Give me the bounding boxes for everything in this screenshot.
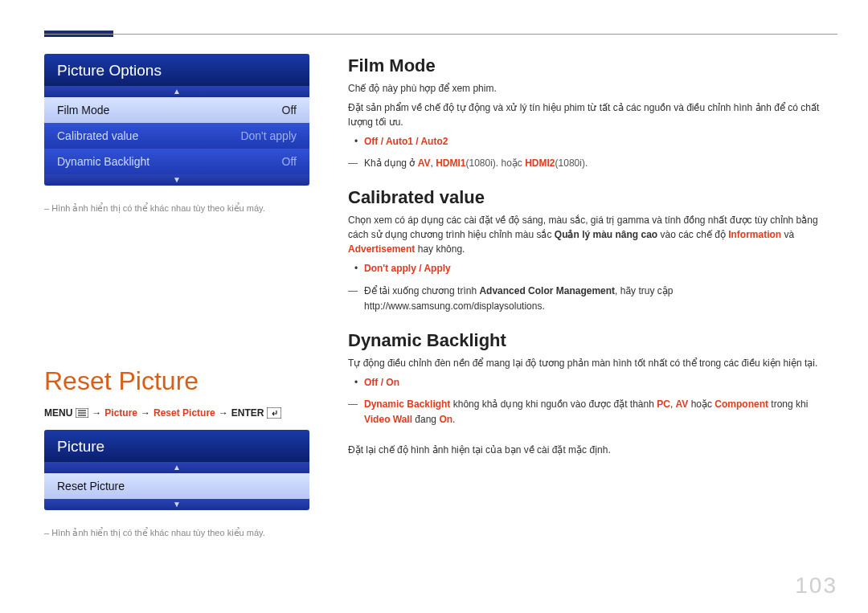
heading-dynamic-backlight: Dynamic Backlight bbox=[348, 330, 831, 351]
menu-row-calibrated-value[interactable]: Calibrated value Don't apply bbox=[44, 123, 309, 149]
t: Để tải xuống chương trình bbox=[364, 285, 479, 296]
menu-row-value: Off bbox=[282, 104, 297, 116]
nav-seg-picture: Picture bbox=[104, 407, 137, 419]
t: Video Wall bbox=[364, 414, 412, 425]
heading-calibrated-value: Calibrated value bbox=[348, 187, 831, 208]
note: Dynamic Backlight không khả dụng khi ngu… bbox=[348, 397, 831, 427]
t: Advertisement bbox=[348, 243, 415, 255]
t: Quản lý màu nâng cao bbox=[555, 229, 657, 240]
t: Advanced Color Management bbox=[479, 285, 615, 296]
note: Để tải xuống chương trình Advanced Color… bbox=[348, 284, 831, 314]
arrow-up-icon: ▲ bbox=[44, 462, 309, 473]
t: đang bbox=[412, 414, 439, 425]
t: , bbox=[670, 398, 676, 410]
nav-menu-label: MENU bbox=[44, 407, 72, 419]
text: Chế độ này phù hợp để xem phim. bbox=[348, 81, 831, 96]
options-text: Don't apply / Apply bbox=[364, 263, 451, 274]
enter-icon bbox=[267, 407, 281, 419]
t: trong khi bbox=[768, 398, 808, 410]
t: HDMI1 bbox=[436, 157, 465, 169]
t: không khả dụng khi nguồn vào được đặt th… bbox=[450, 398, 657, 410]
t: . bbox=[452, 414, 455, 425]
t: hoặc bbox=[688, 398, 714, 410]
footnote: Hình ảnh hiển thị có thể khác nhau tùy t… bbox=[44, 528, 309, 538]
t: AV bbox=[676, 398, 689, 410]
svg-rect-4 bbox=[267, 407, 281, 419]
reset-picture-heading: Reset Picture bbox=[44, 366, 309, 396]
arrow-down-icon: ▼ bbox=[44, 499, 309, 510]
menu-row-label: Dynamic Backlight bbox=[57, 155, 149, 168]
panel-picture: Picture ▲ Reset Picture ▼ bbox=[44, 430, 309, 510]
options-text: Off / On bbox=[364, 377, 399, 388]
menu-row-film-mode[interactable]: Film Mode Off bbox=[44, 97, 309, 123]
left-column: Picture Options ▲ Film Mode Off Calibrat… bbox=[44, 54, 309, 538]
note: Khả dụng ở AV, HDMI1(1080i). hoặc HDMI2(… bbox=[348, 156, 831, 171]
options-text: Off / Auto1 / Auto2 bbox=[364, 136, 448, 147]
footnote: Hình ảnh hiển thị có thể khác nhau tùy t… bbox=[44, 203, 309, 214]
t: Component bbox=[714, 398, 768, 410]
t: và bbox=[781, 229, 794, 240]
text: Chọn xem có áp dụng các cài đặt về độ sá… bbox=[348, 213, 831, 256]
menu-icon bbox=[76, 408, 88, 418]
nav-path: MENU → Picture → Reset Picture → ENTER bbox=[44, 407, 309, 419]
menu-row-reset-picture[interactable]: Reset Picture bbox=[44, 473, 309, 499]
menu-row-value: Off bbox=[282, 155, 297, 168]
menu-row-label: Reset Picture bbox=[57, 480, 125, 492]
arrow-up-icon: ▲ bbox=[44, 86, 309, 97]
right-column: Film Mode Chế độ này phù hợp để xem phim… bbox=[348, 54, 837, 538]
t: Dynamic Backlight bbox=[364, 398, 450, 410]
reset-description: Đặt lại chế độ hình ảnh hiện tại của bạn… bbox=[348, 443, 831, 457]
menu-row-value: Don't apply bbox=[240, 129, 297, 142]
menu-row-label: Calibrated value bbox=[57, 129, 138, 142]
text: Đặt sản phẩm về chế độ tự động và xử lý … bbox=[348, 100, 831, 129]
page-number: 103 bbox=[795, 573, 837, 599]
t: (1080i). hoặc bbox=[466, 157, 526, 169]
t: On bbox=[439, 414, 452, 425]
t: vào các chế độ bbox=[657, 229, 728, 240]
t: HDMI2 bbox=[525, 157, 555, 169]
t: AV bbox=[418, 157, 431, 169]
nav-seg-reset-picture: Reset Picture bbox=[154, 407, 215, 419]
heading-film-mode: Film Mode bbox=[348, 55, 831, 76]
text: Tự động điều chỉnh đèn nền để mang lại đ… bbox=[348, 356, 831, 370]
t: Information bbox=[728, 229, 781, 240]
menu-row-label: Film Mode bbox=[57, 104, 109, 116]
panel-title: Picture Options bbox=[44, 54, 309, 86]
panel-title: Picture bbox=[44, 430, 309, 462]
arrow-down-icon: ▼ bbox=[44, 174, 309, 186]
t: hay không. bbox=[415, 243, 465, 255]
t: PC bbox=[657, 398, 670, 410]
panel-picture-options: Picture Options ▲ Film Mode Off Calibrat… bbox=[44, 54, 309, 186]
menu-row-dynamic-backlight[interactable]: Dynamic Backlight Off bbox=[44, 149, 309, 174]
t: (1080i). bbox=[555, 157, 588, 169]
t: Khả dụng ở bbox=[364, 157, 418, 169]
nav-enter-label: ENTER bbox=[231, 407, 264, 419]
